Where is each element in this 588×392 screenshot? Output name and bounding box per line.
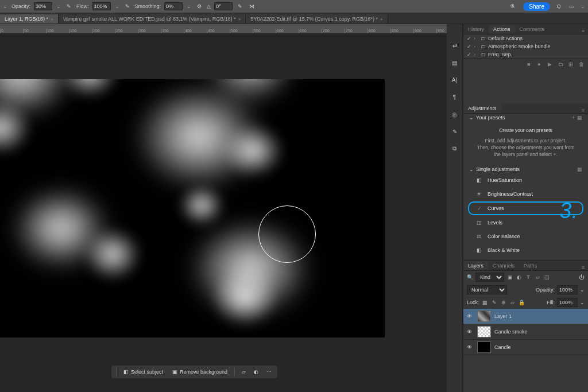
lock-transparent-icon[interactable]: ▦ [482, 299, 489, 306]
brushes-icon[interactable]: ✎ [450, 126, 460, 137]
tab-history[interactable]: History [463, 25, 489, 34]
canvas[interactable] [0, 79, 385, 337]
tab-adjustments[interactable]: Adjustments [463, 104, 501, 113]
adjustment-exposure[interactable]: ◩Exposure [463, 257, 588, 260]
close-icon[interactable]: × [51, 17, 53, 22]
pressure-opacity-icon[interactable]: ✎ [65, 2, 73, 10]
panel-menu-icon[interactable]: ≡ [578, 107, 588, 113]
smoothing-input[interactable] [164, 2, 183, 10]
lock-artboard-icon[interactable]: ▱ [509, 299, 516, 306]
flow-input[interactable] [92, 2, 111, 10]
beaker-icon[interactable]: ⚗ [508, 2, 516, 10]
chevron-down-icon[interactable]: ⌄ [469, 115, 474, 121]
presets-help-title: Create your own presets [474, 124, 578, 138]
filter-smart-icon[interactable]: ◫ [543, 274, 550, 281]
filter-pixel-icon[interactable]: ▣ [506, 274, 513, 281]
lock-paint-icon[interactable]: ✎ [491, 299, 498, 306]
chevron-down-icon[interactable]: ⌄ [2, 3, 8, 9]
chevron-down-icon[interactable]: ⌄ [469, 166, 474, 172]
adjustment-hue-saturation[interactable]: ◧Hue/Saturation [463, 173, 588, 187]
opacity-input[interactable] [34, 2, 52, 10]
visibility-icon[interactable]: 👁 [467, 344, 474, 350]
new-icon[interactable]: ⊞ [568, 61, 574, 67]
chevron-down-icon[interactable]: ⌄ [114, 3, 120, 9]
pressure-size-icon[interactable]: ✎ [236, 2, 244, 10]
tab-comments[interactable]: Comments [515, 25, 550, 34]
chevron-right-icon[interactable]: › [474, 36, 478, 41]
grid-icon[interactable]: ▦ [577, 115, 582, 121]
gear-icon[interactable]: ⚙ [195, 2, 203, 10]
curves-icon: ⟋ [475, 204, 483, 212]
share-button[interactable]: Share [523, 2, 550, 11]
filter-type-icon[interactable]: T [525, 274, 532, 281]
stop-icon[interactable]: ■ [527, 61, 533, 67]
angle-input[interactable] [214, 2, 233, 10]
document-tab[interactable]: Vampire girl smoke ALL WORK EDITED.psd @… [59, 14, 246, 24]
airbrush-icon[interactable]: ✎ [123, 2, 131, 10]
action-set[interactable]: ✓›🗀Atmospheric smoke bundle [463, 42, 588, 51]
filter-toggle-icon[interactable]: ⏻ [578, 274, 585, 281]
remove-background-button[interactable]: ▣Remove background [170, 368, 230, 376]
trash-icon[interactable]: 🗑 [579, 61, 585, 67]
layer-thumbnail[interactable] [477, 311, 491, 322]
action-set[interactable]: ✓›🗀Freq. Sep. [463, 51, 588, 59]
lock-position-icon[interactable]: ⊕ [500, 299, 507, 306]
kind-select[interactable]: Kind [475, 273, 504, 282]
filter-shape-icon[interactable]: ▱ [534, 274, 541, 281]
close-icon[interactable]: × [238, 17, 241, 22]
folder-icon[interactable]: 🗀 [558, 61, 564, 67]
adjustment-black-white[interactable]: ◧Black & White [463, 243, 588, 257]
action-set[interactable]: ✓›🗀Default Actions [463, 34, 588, 42]
contextual-task-bar: ◧Select subject ▣Remove background ▱ ◐ ⋯ [111, 366, 277, 378]
visibility-icon[interactable]: 👁 [467, 329, 474, 335]
tab-layers[interactable]: Layers [463, 261, 488, 270]
layer-thumbnail[interactable] [477, 341, 491, 353]
tab-channels[interactable]: Channels [488, 261, 519, 270]
clone-icon[interactable]: ⧉ [450, 143, 460, 154]
tab-actions[interactable]: Actions [489, 25, 515, 34]
more-icon[interactable]: ⋯ [265, 368, 273, 376]
layer-fill-input[interactable] [557, 298, 578, 307]
character-icon[interactable]: A| [450, 75, 460, 85]
layer-item[interactable]: 👁 Candle smoke [463, 324, 588, 340]
layer-thumbnail[interactable] [477, 326, 491, 337]
chevron-down-icon[interactable]: ⌄ [580, 287, 585, 293]
layer-item[interactable]: 👁 Candle [463, 340, 588, 355]
symmetry-icon[interactable]: ⋈ [247, 2, 256, 10]
flow-label: Flow: [76, 3, 89, 9]
chevron-down-icon[interactable]: ⌄ [56, 3, 61, 9]
record-icon[interactable]: ● [537, 61, 543, 67]
mask-icon[interactable]: ◐ [252, 368, 260, 376]
search-icon[interactable]: Q [555, 2, 563, 10]
visibility-icon[interactable]: 👁 [467, 313, 474, 319]
ruler-tick: 600 [276, 29, 299, 33]
transform-icon[interactable]: ▱ [239, 368, 247, 376]
panel-menu-icon[interactable]: ≡ [578, 28, 588, 34]
layer-item[interactable]: 👁 Layer 1 [463, 309, 588, 324]
blend-mode-select[interactable]: Normal [467, 285, 507, 294]
document-tab[interactable]: 5Y0A2202-Edit.tif @ 15,7% (Curves 1 copy… [246, 14, 388, 24]
tab-paths[interactable]: Paths [519, 261, 541, 270]
adjustment-color-balance[interactable]: ⚖Color Balance [463, 230, 588, 243]
chevron-right-icon[interactable]: › [474, 52, 478, 57]
add-preset-icon[interactable]: + [572, 115, 575, 121]
ruler-tick: 150 [69, 29, 92, 33]
color-icon[interactable]: ▤ [450, 57, 460, 68]
panel-menu-icon[interactable]: ≡ [578, 265, 588, 270]
chevron-down-icon[interactable]: ⌄ [186, 3, 192, 9]
swatches-icon[interactable]: ⇄ [450, 40, 460, 51]
chevron-down-icon[interactable]: ⌄ [580, 3, 586, 9]
grid-icon[interactable]: ▦ [577, 166, 582, 172]
filter-adjust-icon[interactable]: ◐ [516, 274, 523, 281]
close-icon[interactable]: × [380, 17, 383, 22]
workspace-icon[interactable]: ▭ [567, 2, 575, 10]
play-icon[interactable]: ▶ [548, 61, 554, 67]
layer-opacity-input[interactable] [557, 285, 578, 294]
paragraph-icon[interactable]: ¶ [450, 92, 460, 102]
chevron-down-icon[interactable]: ⌄ [580, 300, 585, 305]
document-tab[interactable]: Layer 1, RGB/16) *× [0, 14, 59, 24]
select-subject-button[interactable]: ◧Select subject [121, 368, 165, 376]
libraries-icon[interactable]: ◎ [450, 109, 460, 119]
lock-all-icon[interactable]: 🔒 [519, 299, 525, 306]
chevron-right-icon[interactable]: › [474, 44, 478, 49]
